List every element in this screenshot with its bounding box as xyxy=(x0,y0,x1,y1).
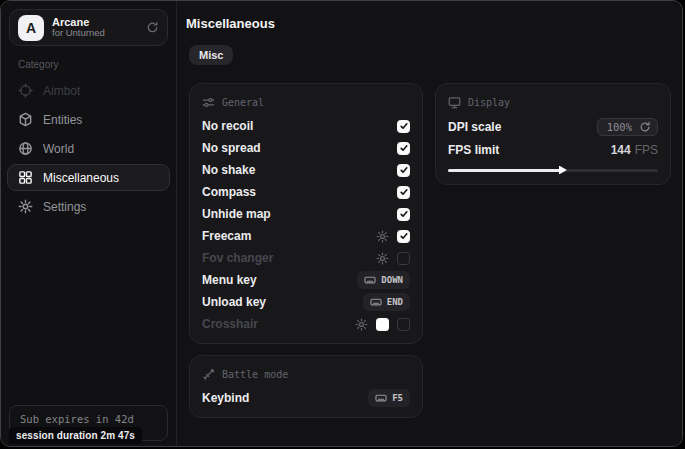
dpi-scale-control[interactable]: 100% xyxy=(597,118,658,136)
color-swatch[interactable] xyxy=(376,318,389,331)
setting-label: No shake xyxy=(202,163,255,177)
checkbox[interactable] xyxy=(397,120,410,133)
panel-title: General xyxy=(222,97,264,108)
globe-icon xyxy=(18,141,33,156)
setting-row-menu-key: Menu key DOWN xyxy=(202,269,410,291)
sidebar-item-aimbot[interactable]: Aimbot xyxy=(7,77,170,104)
tab-misc[interactable]: Misc xyxy=(189,45,233,65)
setting-row-keybind: Keybind F5 xyxy=(202,387,410,409)
setting-label: No recoil xyxy=(202,119,253,133)
setting-label: Unhide map xyxy=(202,207,271,221)
keyboard-icon xyxy=(364,274,376,286)
sidebar-item-entities[interactable]: Entities xyxy=(7,106,170,133)
category-label: Category xyxy=(18,59,176,70)
refresh-icon[interactable] xyxy=(146,21,159,34)
setting-row-unhide-map: Unhide map xyxy=(202,203,410,225)
dpi-scale-value: 100% xyxy=(607,121,632,133)
setting-label: Fov changer xyxy=(202,251,273,265)
sidebar-item-label: Aimbot xyxy=(43,84,80,98)
app-window: A Arcane for Unturned Category Aimbot En… xyxy=(0,0,683,447)
sliders-icon xyxy=(202,96,215,109)
keyboard-icon xyxy=(370,296,382,308)
keybind-value: F5 xyxy=(392,393,403,403)
panel-general: General No recoil No spread No shake xyxy=(189,83,423,344)
checkbox[interactable] xyxy=(397,230,410,243)
checkbox[interactable] xyxy=(397,252,410,265)
gear-icon[interactable] xyxy=(376,252,389,265)
keybind-badge[interactable]: END xyxy=(363,293,410,311)
setting-label: Crosshair xyxy=(202,317,258,331)
sidebar-item-label: Entities xyxy=(43,113,82,127)
gear-icon xyxy=(18,199,33,214)
checkbox[interactable] xyxy=(397,318,410,331)
keybind-value: END xyxy=(387,297,403,307)
checkbox[interactable] xyxy=(397,142,410,155)
fps-limit-slider[interactable] xyxy=(448,164,658,176)
monitor-icon xyxy=(448,96,461,109)
setting-label: FPS limit xyxy=(448,143,499,157)
setting-row-no-shake: No shake xyxy=(202,159,410,181)
setting-label: Menu key xyxy=(202,273,257,287)
keybind-badge[interactable]: DOWN xyxy=(357,271,410,289)
gear-icon[interactable] xyxy=(355,318,368,331)
setting-row-fps-limit: FPS limit 144 FPS xyxy=(448,141,658,159)
sidebar-item-label: Miscellaneous xyxy=(43,171,119,185)
sidebar-item-label: World xyxy=(43,142,74,156)
setting-row-freecam: Freecam xyxy=(202,225,410,247)
slider-thumb[interactable] xyxy=(559,166,567,175)
panel-title: Display xyxy=(468,97,510,108)
setting-label: Keybind xyxy=(202,391,249,405)
app-header-card: A Arcane for Unturned xyxy=(9,9,168,46)
sidebar-nav: Aimbot Entities World Miscellaneous Sett… xyxy=(1,76,176,221)
gear-icon[interactable] xyxy=(376,230,389,243)
keybind-value: DOWN xyxy=(381,275,403,285)
panel-title: Battle mode xyxy=(222,369,288,380)
setting-row-no-recoil: No recoil xyxy=(202,115,410,137)
setting-row-compass: Compass xyxy=(202,181,410,203)
reset-icon[interactable] xyxy=(639,121,651,133)
keybind-badge[interactable]: F5 xyxy=(368,389,410,407)
setting-row-fov-changer: Fov changer xyxy=(202,247,410,269)
setting-label: Unload key xyxy=(202,295,266,309)
session-duration-badge: session duration 2m 47s xyxy=(9,427,142,444)
grid-icon xyxy=(18,170,33,185)
slider-fill xyxy=(448,169,561,172)
keyboard-icon xyxy=(375,392,387,404)
page-title: Miscellaneous xyxy=(186,16,275,31)
sidebar-item-miscellaneous[interactable]: Miscellaneous xyxy=(7,164,170,191)
setting-label: Freecam xyxy=(202,229,251,243)
checkbox[interactable] xyxy=(397,208,410,221)
setting-row-dpi-scale: DPI scale 100% xyxy=(448,115,658,139)
setting-row-unload-key: Unload key END xyxy=(202,291,410,313)
main-content: Miscellaneous Misc General No recoil No … xyxy=(178,1,682,446)
crosshair-icon xyxy=(18,83,33,98)
setting-label: Compass xyxy=(202,185,256,199)
fps-limit-unit: FPS xyxy=(635,143,658,157)
sidebar-item-world[interactable]: World xyxy=(7,135,170,162)
checkbox[interactable] xyxy=(397,164,410,177)
sidebar-item-label: Settings xyxy=(43,200,86,214)
checkbox[interactable] xyxy=(397,186,410,199)
panel-display: Display DPI scale 100% FPS limit 144 xyxy=(435,83,671,185)
app-subtitle: for Unturned xyxy=(52,28,105,39)
panel-battle-mode: Battle mode Keybind F5 xyxy=(189,355,423,418)
sidebar: A Arcane for Unturned Category Aimbot En… xyxy=(1,1,177,446)
setting-label: DPI scale xyxy=(448,120,501,134)
setting-label: No spread xyxy=(202,141,261,155)
sword-icon xyxy=(202,368,215,381)
setting-row-no-spread: No spread xyxy=(202,137,410,159)
avatar: A xyxy=(18,15,44,41)
box-icon xyxy=(18,112,33,127)
sidebar-item-settings[interactable]: Settings xyxy=(7,193,170,220)
fps-limit-value: 144 xyxy=(611,143,631,157)
setting-row-crosshair: Crosshair xyxy=(202,313,410,335)
